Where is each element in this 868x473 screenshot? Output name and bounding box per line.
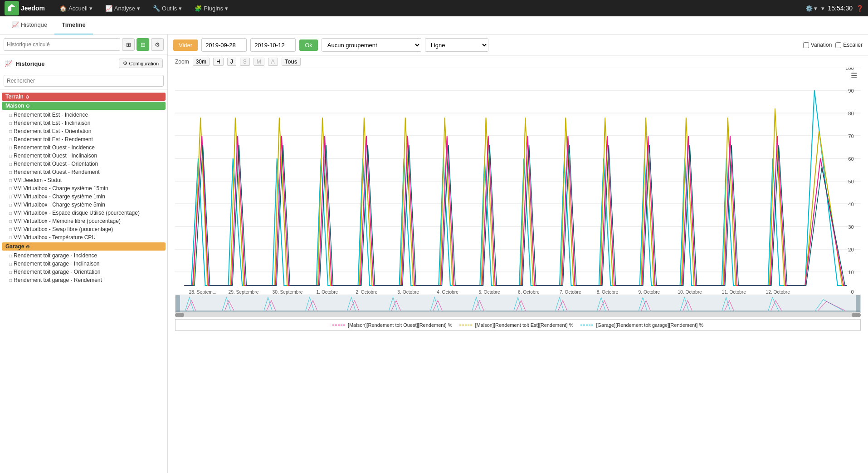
legend-label-ouest: [Maison][Rendement toit Ouest][Rendement… xyxy=(348,322,453,328)
config-button[interactable]: ⚙ Configuration xyxy=(119,59,163,68)
nav-accueil[interactable]: 🏠 Accueil ▾ xyxy=(54,0,98,16)
list-item[interactable]: □VM Virtualbox - Charge système 15min xyxy=(0,184,167,192)
svg-text:5. Octobre: 5. Octobre xyxy=(478,290,500,295)
chevron-down-icon: ▾ xyxy=(137,5,140,12)
svg-text:70: 70 xyxy=(848,133,853,139)
group-garage[interactable]: Garage ⊖ xyxy=(2,242,166,251)
tab-historique[interactable]: 📈 Historique xyxy=(5,16,54,34)
help-icon[interactable]: ❓ xyxy=(856,5,863,12)
svg-text:40: 40 xyxy=(848,202,853,207)
svg-text:50: 50 xyxy=(848,179,853,184)
list-item[interactable]: □Rendement toit garage - Orientation xyxy=(0,268,167,276)
zoom-s[interactable]: S xyxy=(240,58,250,66)
garage-collapse-icon: ⊖ xyxy=(26,244,29,249)
zoom-j[interactable]: J xyxy=(227,58,236,66)
chart-scrollbar[interactable] xyxy=(175,313,861,317)
chart-sidebar-icon: 📈 xyxy=(5,60,12,67)
list-item[interactable]: □VM Virtualbox - Charge système 5min xyxy=(0,201,167,209)
mini-chart-right-handle[interactable] xyxy=(856,295,860,312)
scroll-right-btn[interactable] xyxy=(852,313,861,317)
list-item[interactable]: □VM Virtualbox - Charge système 1min xyxy=(0,192,167,201)
zoom-tous[interactable]: Tous xyxy=(282,58,301,66)
list-item[interactable]: □VM Virtualbox - Mémoire libre (pourcent… xyxy=(0,217,167,225)
home-icon: 🏠 xyxy=(59,5,67,12)
gear-sidebar-icon-btn[interactable]: ⚙ xyxy=(151,38,164,51)
svg-text:20: 20 xyxy=(848,247,853,252)
list-item[interactable]: □Rendement toit Ouest - Incidence xyxy=(0,143,167,152)
list-item[interactable]: □VM Virtualbox - Température CPU xyxy=(0,233,167,241)
legend-label-garage: [Garage][Rendement toit garage][Rendemen… xyxy=(596,322,703,328)
brand: Jeedom xyxy=(5,1,45,15)
chart-area: ☰ 100 90 80 70 60 xyxy=(175,68,861,295)
svg-text:7. Octobre: 7. Octobre xyxy=(560,290,581,295)
list-item[interactable]: □Rendement toit Ouest - Inclinaison xyxy=(0,152,167,160)
list-item[interactable]: □VM Virtualbox - Espace disque Utilisé (… xyxy=(0,209,167,217)
svg-text:29. Septembre: 29. Septembre xyxy=(228,290,258,295)
variation-checkbox[interactable] xyxy=(803,42,809,48)
escalier-checkbox-label[interactable]: Escalier xyxy=(835,42,863,48)
escalier-checkbox[interactable] xyxy=(835,42,841,48)
add-icon-btn[interactable]: ⊞ xyxy=(122,38,135,51)
date-to-input[interactable] xyxy=(250,38,296,52)
sidebar-search xyxy=(0,72,167,90)
toolbar: Vider Ok Aucun groupement Ligne Aire Bar… xyxy=(168,34,868,56)
list-item[interactable]: □Rendement toit Est - Inclinaison xyxy=(0,119,167,127)
type-select[interactable]: Ligne Aire Barres xyxy=(425,38,488,52)
svg-text:9. Octobre: 9. Octobre xyxy=(639,290,660,295)
legend-item-ouest: [Maison][Rendement toit Ouest][Rendement… xyxy=(332,322,453,328)
puzzle-icon: 🧩 xyxy=(195,5,202,12)
maison-collapse-icon: ⊖ xyxy=(26,103,29,108)
groupement-select[interactable]: Aucun groupement xyxy=(322,38,421,52)
date-from-input[interactable] xyxy=(201,38,247,52)
vider-button[interactable]: Vider xyxy=(173,39,198,51)
zoom-m[interactable]: M xyxy=(254,58,264,66)
navbar: Jeedom 🏠 Accueil ▾ 📈 Analyse ▾ 🔧 Outils … xyxy=(0,0,868,16)
toolbar-right: Variation Escalier xyxy=(803,42,863,48)
list-item[interactable]: □Rendement toit Ouest - Orientation xyxy=(0,160,167,168)
garage-label: Garage xyxy=(5,243,24,250)
list-item[interactable]: □Rendement toit garage - Inclinaison xyxy=(0,260,167,268)
sidebar-title: 📈 Historique ⚙ Configuration xyxy=(0,55,167,72)
group-terrain[interactable]: Terrain ⊖ xyxy=(2,93,166,101)
variation-checkbox-label[interactable]: Variation xyxy=(803,42,832,48)
gear-config-icon: ⚙ xyxy=(123,60,127,66)
svg-text:80: 80 xyxy=(848,111,853,116)
sidebar-search-area: ⊞ ⊞ ⚙ xyxy=(0,34,167,55)
tab-timeline[interactable]: Timeline xyxy=(54,16,93,34)
svg-marker-1 xyxy=(8,4,16,7)
zoom-h[interactable]: H xyxy=(213,58,224,66)
svg-text:2. Octobre: 2. Octobre xyxy=(356,290,377,295)
nav-outils[interactable]: 🔧 Outils ▾ xyxy=(147,0,187,16)
list-item[interactable]: □VM Jeedom - Statut xyxy=(0,176,167,184)
list-item[interactable]: □VM Virtualbox - Swap libre (pourcentage… xyxy=(0,225,167,233)
chart-menu-icon[interactable]: ☰ xyxy=(851,71,857,80)
mini-chart[interactable] xyxy=(175,295,861,313)
green-icon-btn[interactable]: ⊞ xyxy=(137,38,149,51)
scroll-left-btn[interactable] xyxy=(175,313,184,317)
list-item[interactable]: □Rendement toit garage - Rendement xyxy=(0,276,167,284)
svg-text:10. Octobre: 10. Octobre xyxy=(678,290,702,295)
list-item[interactable]: □Rendement toit Est - Incidence xyxy=(0,111,167,119)
nav-analyse[interactable]: 📈 Analyse ▾ xyxy=(100,0,146,16)
chevron-down-icon: ▾ xyxy=(179,5,182,12)
nav-right: ⚙️ ▾ ▾ 15:54:30 ❓ xyxy=(805,5,863,12)
tools-icon: 🔧 xyxy=(153,5,160,12)
historique-calcule-input[interactable] xyxy=(4,38,120,51)
ok-button[interactable]: Ok xyxy=(299,39,318,51)
logo-icon xyxy=(5,1,19,15)
list-item[interactable]: □Rendement toit garage - Incidence xyxy=(0,251,167,260)
search-input[interactable] xyxy=(4,75,164,87)
list-item[interactable]: □Rendement toit Est - Rendement xyxy=(0,135,167,143)
svg-text:12. Octobre: 12. Octobre xyxy=(766,290,790,295)
zoom-30m[interactable]: 30m xyxy=(193,58,210,66)
zoom-a[interactable]: A xyxy=(268,58,278,66)
group-maison[interactable]: Maison ⊖ xyxy=(2,102,166,110)
mini-chart-left-handle[interactable] xyxy=(176,295,180,312)
list-item[interactable]: □Rendement toit Est - Orientation xyxy=(0,127,167,135)
gear-icon[interactable]: ⚙️ ▾ xyxy=(805,5,818,12)
svg-text:6. Octobre: 6. Octobre xyxy=(518,290,540,295)
list-item[interactable]: □Rendement toit Ouest - Rendement xyxy=(0,168,167,176)
user-icon[interactable]: ▾ xyxy=(821,5,824,12)
nav-plugins[interactable]: 🧩 Plugins ▾ xyxy=(189,0,234,16)
terrain-collapse-icon: ⊖ xyxy=(25,94,29,99)
